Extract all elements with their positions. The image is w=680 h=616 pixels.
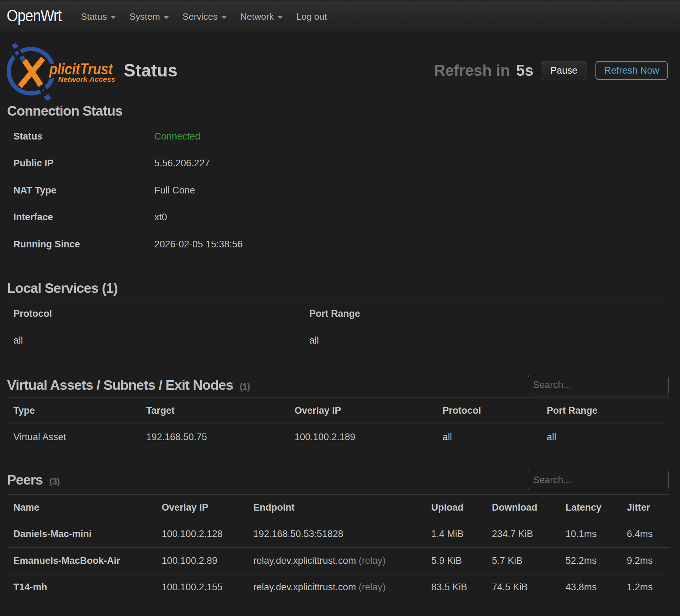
svg-text:Network Access: Network Access [58, 75, 115, 83]
